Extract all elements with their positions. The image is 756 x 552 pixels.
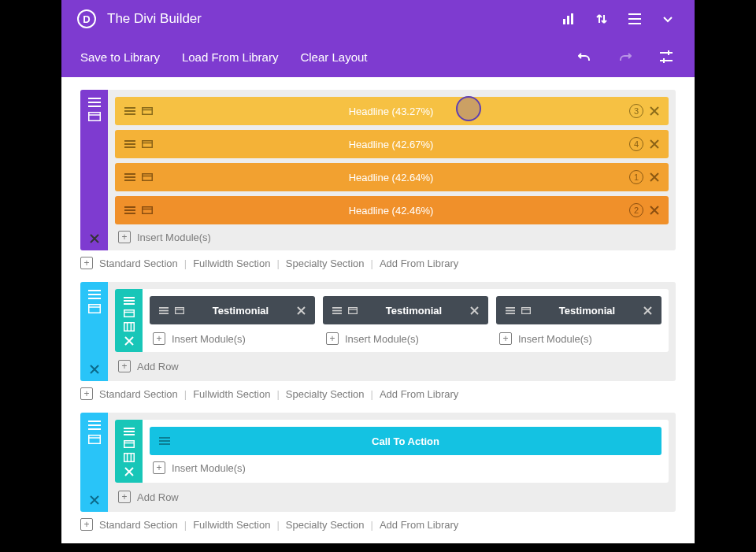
section-standard: Call To Action + Insert Module(s) + Add … xyxy=(80,413,676,512)
insert-module-button[interactable]: + Insert Module(s) xyxy=(323,331,488,345)
drag-icon[interactable] xyxy=(124,428,135,435)
add-from-library[interactable]: Add From Library xyxy=(380,388,458,400)
add-specialty-section[interactable]: Specialty Section xyxy=(286,519,365,531)
plus-icon[interactable]: + xyxy=(80,387,93,400)
plus-icon[interactable]: + xyxy=(80,518,93,531)
layout-icon[interactable] xyxy=(88,435,101,444)
section-handle[interactable] xyxy=(80,282,108,381)
load-from-library-button[interactable]: Load From Library xyxy=(182,50,279,64)
close-icon[interactable] xyxy=(297,306,306,315)
sort-icon[interactable] xyxy=(591,8,613,30)
drag-icon[interactable] xyxy=(88,98,101,107)
close-icon[interactable] xyxy=(124,467,134,476)
close-icon[interactable] xyxy=(650,172,659,182)
add-standard-section[interactable]: Standard Section xyxy=(99,519,178,531)
add-from-library[interactable]: Add From Library xyxy=(380,519,458,531)
columns-icon[interactable] xyxy=(124,453,135,462)
drag-icon[interactable] xyxy=(88,420,101,430)
drag-icon[interactable] xyxy=(124,107,135,115)
svg-rect-63 xyxy=(88,420,101,422)
chevron-down-icon[interactable] xyxy=(657,8,679,30)
layout-icon[interactable] xyxy=(175,307,184,314)
close-icon[interactable] xyxy=(650,106,659,116)
settings-adjust-icon[interactable] xyxy=(657,47,676,66)
svg-rect-1 xyxy=(567,16,569,24)
headline-module[interactable]: Headline (42.67%) 4 xyxy=(115,130,669,158)
layout-icon[interactable] xyxy=(88,112,101,121)
svg-rect-59 xyxy=(506,309,515,311)
add-fullwidth-section[interactable]: Fullwidth Section xyxy=(193,519,270,531)
cta-module[interactable]: Call To Action xyxy=(150,427,662,455)
add-specialty-section[interactable]: Specialty Section xyxy=(286,257,365,269)
layout-icon[interactable] xyxy=(142,173,153,181)
row-handle[interactable] xyxy=(115,289,143,352)
add-standard-section[interactable]: Standard Section xyxy=(99,257,178,269)
section-delete-icon[interactable] xyxy=(80,495,108,506)
testimonial-module[interactable]: Testimonial xyxy=(496,296,662,324)
add-fullwidth-section[interactable]: Fullwidth Section xyxy=(193,388,270,400)
svg-rect-23 xyxy=(143,141,153,148)
insert-module-button[interactable]: + Insert Module(s) xyxy=(150,331,315,345)
row-handle[interactable] xyxy=(115,420,143,483)
drag-icon[interactable] xyxy=(159,307,169,314)
section-handle[interactable] xyxy=(80,90,108,250)
module-label: Testimonial xyxy=(191,305,291,317)
layout-icon[interactable] xyxy=(142,107,153,115)
headline-module[interactable]: Headline (42.46%) 2 xyxy=(115,196,669,224)
columns-icon[interactable] xyxy=(124,322,135,332)
svg-rect-12 xyxy=(88,106,101,107)
drag-icon[interactable] xyxy=(124,206,135,214)
drag-icon[interactable] xyxy=(124,140,135,148)
svg-rect-3 xyxy=(628,13,641,15)
redo-icon[interactable] xyxy=(616,47,635,66)
layout-icon[interactable] xyxy=(124,440,135,448)
add-standard-section[interactable]: Standard Section xyxy=(99,388,178,400)
testimonial-module[interactable]: Testimonial xyxy=(150,296,315,324)
headline-module[interactable]: Headline (42.64%) 1 xyxy=(115,163,669,191)
headline-module[interactable]: Headline (43.27%) 3 xyxy=(115,97,669,125)
undo-icon[interactable] xyxy=(575,47,594,66)
section-body: Headline (43.27%) 3 Headline (42.67%) 4 xyxy=(108,90,676,250)
add-fullwidth-section[interactable]: Fullwidth Section xyxy=(193,257,270,269)
drag-icon[interactable] xyxy=(332,307,342,314)
section-delete-icon[interactable] xyxy=(80,364,108,375)
drag-icon[interactable] xyxy=(124,297,135,305)
row-body: Testimonial + Insert Module(s) xyxy=(143,289,669,352)
close-icon[interactable] xyxy=(650,139,659,149)
insert-label: Insert Module(s) xyxy=(137,232,211,243)
add-row-button[interactable]: + Add Row xyxy=(115,483,669,505)
hamburger-icon[interactable] xyxy=(624,8,646,30)
drag-icon[interactable] xyxy=(124,173,135,181)
testimonial-module[interactable]: Testimonial xyxy=(323,296,488,324)
add-specialty-section[interactable]: Specialty Section xyxy=(286,388,365,400)
svg-rect-20 xyxy=(124,140,135,142)
close-icon[interactable] xyxy=(643,306,652,315)
layout-icon[interactable] xyxy=(88,304,101,313)
add-row-button[interactable]: + Add Row xyxy=(115,352,669,374)
insert-module-button[interactable]: + Insert Module(s) xyxy=(150,455,662,474)
plus-icon: + xyxy=(499,332,512,345)
add-from-library[interactable]: Add From Library xyxy=(380,257,458,269)
section-delete-icon[interactable] xyxy=(80,233,108,244)
save-to-library-button[interactable]: Save to Library xyxy=(80,50,160,64)
layout-icon[interactable] xyxy=(142,140,153,148)
layout-icon[interactable] xyxy=(348,307,358,314)
section-add-links: + Standard Section | Fullwidth Section |… xyxy=(80,257,676,269)
close-icon[interactable] xyxy=(470,306,479,315)
clear-layout-button[interactable]: Clear Layout xyxy=(300,50,367,64)
insert-module-button[interactable]: + Insert Module(s) xyxy=(115,224,669,243)
layout-icon[interactable] xyxy=(124,309,135,317)
layout-icon[interactable] xyxy=(521,307,531,314)
close-icon[interactable] xyxy=(650,206,659,215)
insert-module-button[interactable]: + Insert Module(s) xyxy=(496,331,662,345)
svg-rect-31 xyxy=(124,209,135,211)
layout-icon[interactable] xyxy=(142,206,153,214)
drag-icon[interactable] xyxy=(506,307,515,314)
stats-icon[interactable] xyxy=(558,8,580,30)
drag-icon[interactable] xyxy=(88,290,101,299)
drag-icon[interactable] xyxy=(159,437,170,445)
svg-rect-11 xyxy=(88,102,101,103)
section-handle[interactable] xyxy=(80,413,108,512)
plus-icon[interactable]: + xyxy=(80,257,93,269)
close-icon[interactable] xyxy=(124,336,134,346)
